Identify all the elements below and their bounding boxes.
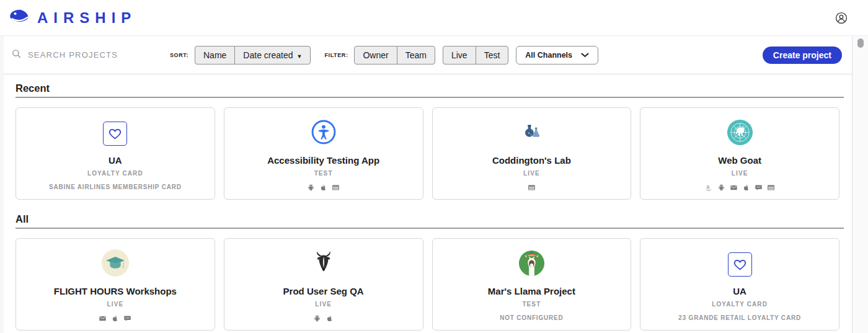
project-description: NOT CONFIGURED — [500, 314, 563, 321]
llama-icon — [518, 250, 545, 279]
avatar — [311, 116, 337, 151]
project-status: LOYALTY CARD — [87, 170, 143, 177]
all-channels-value: All Channels — [525, 51, 572, 60]
all-channels-dropdown[interactable]: All Channels — [516, 46, 598, 64]
filter-label: FILTER: — [324, 52, 348, 58]
channel-icons — [307, 183, 340, 192]
project-card-coddingtons-lab[interactable]: Coddington's Lab LIVE — [432, 107, 632, 200]
lab-flasks-icon — [522, 124, 541, 143]
project-status: LIVE — [315, 301, 332, 308]
search-input[interactable] — [28, 50, 146, 60]
avatar — [103, 116, 127, 151]
channel-icons — [99, 314, 131, 323]
top-navbar: AIRSHIP — [0, 0, 868, 36]
caret-down-icon: ▼ — [297, 53, 303, 60]
search-wrap — [11, 48, 165, 61]
chevron-down-icon — [581, 51, 589, 60]
goat-icon — [312, 251, 335, 278]
amazon-icon: a — [705, 184, 713, 192]
section-divider — [16, 228, 844, 229]
project-card-mars-llama-project[interactable]: Mar's Llama Project TEST NOT CONFIGURED — [432, 238, 632, 331]
create-project-button[interactable]: Create project — [763, 47, 842, 64]
avatar — [312, 247, 335, 282]
graduation-cap-icon — [101, 249, 130, 280]
web-icon — [767, 184, 775, 192]
svg-text:a: a — [706, 184, 709, 190]
email-icon — [730, 184, 738, 192]
channel-icons — [528, 183, 536, 192]
project-status: LIVE — [732, 170, 748, 177]
filter-test-button[interactable]: Test — [476, 46, 509, 64]
android-icon — [313, 314, 321, 322]
avatar — [727, 116, 753, 151]
project-status: LIVE — [523, 170, 540, 177]
project-name: Coddington's Lab — [492, 155, 571, 166]
heart-card-icon — [103, 122, 127, 146]
apple-icon — [742, 184, 750, 192]
project-status: LOYALTY CARD — [712, 301, 768, 308]
avatar — [101, 247, 130, 282]
channel-icons — [313, 314, 334, 323]
live-test-group: Live Test — [443, 46, 508, 64]
brand-name: AIRSHIP — [37, 9, 136, 27]
recent-cards-grid: UA LOYALTY CARD SABINE AIRLINES MEMBERSH… — [16, 107, 839, 200]
project-card-accessibility-testing-app[interactable]: Accessibility Testing App TEST — [224, 107, 423, 200]
project-name: FLIGHT HOURS Workshops — [54, 286, 177, 296]
project-description: 23 GRANDE RETAIL LOYALTY CARD — [678, 314, 801, 321]
project-status: TEST — [522, 301, 541, 308]
scrollbar-thumb[interactable] — [857, 38, 864, 48]
all-cards-grid: FLIGHT HOURS Workshops LIVE — [16, 238, 839, 331]
accessibility-icon — [311, 119, 337, 148]
project-name: Web Goat — [718, 155, 761, 166]
filter-team-button[interactable]: Team — [397, 46, 435, 64]
android-icon — [717, 184, 725, 192]
filter-live-button[interactable]: Live — [443, 46, 476, 64]
filter-owner-button[interactable]: Owner — [354, 46, 397, 64]
airship-logo-icon — [9, 8, 30, 28]
project-card-prod-user-seg-qa[interactable]: Prod User Seg QA LIVE — [224, 238, 423, 331]
owner-team-group: Owner Team — [354, 46, 435, 64]
heart-card-icon — [728, 252, 752, 277]
avatar — [728, 247, 752, 282]
sort-label: SORT: — [170, 52, 188, 58]
airship-logo[interactable]: AIRSHIP — [9, 8, 136, 28]
project-name: Accessibility Testing App — [267, 155, 379, 166]
sms-icon — [755, 184, 763, 192]
web-icon — [528, 184, 536, 192]
sort-date-created-button[interactable]: Date created▼ — [234, 46, 311, 64]
web-goat-icon — [727, 119, 753, 148]
android-icon — [307, 184, 315, 192]
account-icon[interactable] — [835, 11, 848, 25]
project-card-flight-hours-workshops[interactable]: FLIGHT HOURS Workshops LIVE — [16, 238, 215, 331]
project-card-web-goat[interactable]: Web Goat LIVE a — [640, 107, 839, 200]
project-name: Mar's Llama Project — [488, 286, 575, 296]
project-status: TEST — [314, 170, 333, 177]
apple-icon — [111, 314, 119, 322]
project-description: SABINE AIRLINES MEMBERSHIP CARD — [49, 184, 182, 190]
scrollbar-track[interactable] — [853, 36, 868, 333]
project-name: Prod User Seg QA — [283, 286, 364, 296]
sort-name-button[interactable]: Name — [195, 46, 235, 64]
section-title-recent: Recent — [16, 82, 844, 94]
section-divider — [16, 97, 844, 98]
recent-section-header: Recent — [16, 82, 844, 98]
apple-icon — [326, 314, 334, 322]
web-icon — [332, 184, 340, 192]
sort-date-label: Date created — [243, 50, 293, 60]
avatar — [522, 116, 541, 151]
email-icon — [99, 314, 107, 322]
projects-toolbar: SORT: Name Date created▼ FILTER: Owner T… — [4, 36, 852, 74]
channel-icons: a — [705, 183, 775, 192]
sort-button-group: Name Date created▼ — [195, 46, 311, 64]
projects-panel: SORT: Name Date created▼ FILTER: Owner T… — [4, 36, 852, 333]
avatar — [518, 247, 545, 282]
project-card-ua-sabine[interactable]: UA LOYALTY CARD SABINE AIRLINES MEMBERSH… — [16, 107, 215, 200]
project-card-ua-grande-retail[interactable]: UA LOYALTY CARD 23 GRANDE RETAIL LOYALTY… — [640, 238, 839, 331]
section-title-all: All — [16, 213, 844, 225]
search-icon — [11, 48, 22, 61]
apple-icon — [319, 184, 327, 192]
sms-icon — [123, 314, 131, 322]
project-status: LIVE — [107, 301, 124, 308]
project-name: UA — [733, 286, 746, 296]
project-name: UA — [108, 155, 122, 166]
